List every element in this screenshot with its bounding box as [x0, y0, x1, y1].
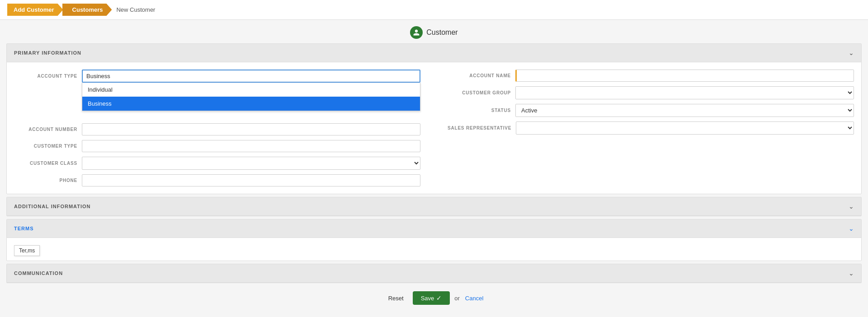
reset-button[interactable]: Reset — [384, 292, 408, 304]
save-button[interactable]: Save ✓ — [413, 291, 450, 305]
footer-or: or — [454, 295, 460, 302]
primary-information-body: Account Type Business Individual Busines… — [7, 62, 861, 194]
account-type-select[interactable]: Business — [82, 70, 420, 83]
footer: Reset Save ✓ or Cancel — [0, 286, 868, 310]
breadcrumb-customers[interactable]: Customers — [62, 4, 112, 16]
account-number-row: Account Number — [14, 123, 420, 135]
account-name-row: Account Name — [448, 70, 854, 82]
customer-icon — [410, 26, 423, 39]
account-type-option-business[interactable]: Business — [82, 97, 420, 111]
additional-information-header[interactable]: Additional Information ⌄ — [7, 197, 861, 216]
save-label: Save — [421, 295, 434, 302]
status-label: Status — [448, 108, 511, 113]
save-check-icon: ✓ — [436, 294, 442, 302]
account-type-dropdown-container: Business Individual Business — [82, 70, 420, 83]
primary-information-section: Primary Information ⌄ Account Type Busin… — [6, 43, 862, 194]
primary-information-title: Primary Information — [14, 50, 81, 56]
customer-class-select[interactable] — [82, 157, 420, 170]
additional-chevron-icon: ⌄ — [849, 203, 854, 210]
account-number-input[interactable] — [82, 123, 420, 135]
account-type-label: Account Type — [14, 74, 77, 79]
customer-class-label: Customer Class — [14, 161, 77, 166]
phone-row: Phone — [14, 174, 420, 186]
terms-header[interactable]: Terms ⌄ — [7, 219, 861, 238]
page-header: Customer — [0, 20, 868, 43]
page-title: Customer — [426, 28, 458, 37]
account-type-row: Account Type Business Individual Busines… — [14, 70, 420, 83]
primary-form-grid: Account Type Business Individual Busines… — [14, 70, 854, 186]
form-right: Account Name Customer Group Status Activ… — [448, 70, 854, 186]
terms-body: Ter,ms — [7, 238, 861, 261]
customer-class-row: Customer Class — [14, 157, 420, 170]
terms-chevron-icon: ⌄ — [849, 225, 854, 232]
communication-section: Communication ⌄ — [6, 264, 862, 283]
terms-tooltip: Ter,ms — [14, 245, 40, 256]
primary-chevron-icon: ⌄ — [849, 49, 854, 56]
account-number-label: Account Number — [14, 127, 77, 132]
primary-information-header[interactable]: Primary Information ⌄ — [7, 44, 861, 62]
customer-type-row: Customer Type — [14, 140, 420, 152]
cancel-button[interactable]: Cancel — [464, 292, 484, 304]
customer-type-input[interactable] — [82, 140, 420, 152]
account-name-input[interactable] — [515, 70, 854, 82]
breadcrumb-current: New Customer — [116, 6, 155, 13]
communication-title: Communication — [14, 270, 63, 276]
phone-input[interactable] — [82, 174, 420, 186]
customer-group-label: Customer Group — [448, 90, 511, 95]
status-row: Status Active Inactive — [448, 104, 854, 117]
communication-chevron-icon: ⌄ — [849, 270, 854, 277]
terms-title-link[interactable]: Terms — [14, 226, 34, 231]
sales-rep-label: Sales Representative — [448, 126, 511, 131]
sales-rep-row: Sales Representative — [448, 121, 854, 135]
additional-information-title: Additional Information — [14, 204, 90, 209]
account-type-option-individual[interactable]: Individual — [82, 83, 420, 97]
customer-type-label: Customer Type — [14, 144, 77, 149]
phone-label: Phone — [14, 178, 77, 183]
terms-section: Terms ⌄ Ter,ms — [6, 219, 862, 261]
status-select[interactable]: Active Inactive — [515, 104, 854, 117]
form-left: Account Type Business Individual Busines… — [14, 70, 420, 186]
account-name-label: Account Name — [448, 73, 511, 78]
communication-header[interactable]: Communication ⌄ — [7, 264, 861, 283]
breadcrumb-add-customer[interactable]: Add Customer — [7, 4, 63, 16]
breadcrumb: Add Customer Customers New Customer — [0, 0, 868, 20]
sales-rep-select[interactable] — [516, 121, 854, 135]
account-type-dropdown-list: Individual Business — [82, 83, 420, 111]
additional-information-section: Additional Information ⌄ — [6, 197, 862, 216]
customer-group-row: Customer Group — [448, 86, 854, 99]
customer-group-select[interactable] — [515, 86, 854, 99]
